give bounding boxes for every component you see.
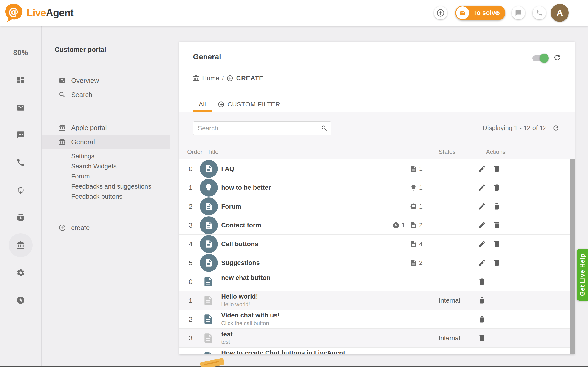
table-row[interactable]: 3Contact form12 <box>179 216 570 235</box>
table-row[interactable]: 0FAQ1 <box>179 159 570 178</box>
rail-item-configuration[interactable] <box>9 261 33 285</box>
add-new-button[interactable] <box>434 6 447 19</box>
doc-icon <box>410 165 417 172</box>
doc-icon <box>204 259 213 267</box>
to-solve-button[interactable]: To solve 6 <box>455 6 505 20</box>
sidebar-item-label: Apple portal <box>71 124 107 132</box>
items-table: 0FAQ11how to be better12Forum13Contact f… <box>179 159 575 354</box>
delete-button[interactable] <box>478 296 486 305</box>
sidebar-item-forum[interactable]: Forum <box>42 171 170 181</box>
doc-icon <box>204 202 213 211</box>
delete-button[interactable] <box>493 184 501 192</box>
sidebar-item-overview[interactable]: Overview <box>42 73 170 88</box>
tab-custom-filter[interactable]: CUSTOM FILTER <box>212 97 286 112</box>
rail-item-automation[interactable] <box>9 178 33 202</box>
delete-button[interactable] <box>478 315 486 323</box>
delete-button[interactable] <box>493 259 501 267</box>
file-icon <box>203 312 214 326</box>
table-row[interactable]: 4How to create Chat buttons in LiveAgent <box>179 348 570 354</box>
rail-item-dashboard[interactable] <box>9 68 33 92</box>
rail-item-contacts[interactable] <box>9 206 33 230</box>
delete-button[interactable] <box>493 202 501 211</box>
row-avatar <box>200 235 218 253</box>
chats-button[interactable] <box>512 6 525 19</box>
brand-logo[interactable]: @ LiveAgent <box>4 1 73 24</box>
delete-button[interactable] <box>493 221 501 229</box>
row-avatar <box>200 179 218 197</box>
sidebar-item-search[interactable]: Search <box>42 88 170 102</box>
toggle-knob <box>540 54 549 63</box>
breadcrumb-create[interactable]: CREATE <box>236 75 263 82</box>
rail-item-customer-portal[interactable] <box>9 233 33 257</box>
pencil-icon <box>478 202 486 211</box>
trash-icon <box>493 259 501 267</box>
count-badge: 4 <box>410 240 423 248</box>
delete-button[interactable] <box>493 240 501 248</box>
calls-button[interactable] <box>533 6 546 19</box>
sidebar-item-settings[interactable]: Settings <box>42 151 170 161</box>
row-order: 2 <box>183 202 198 210</box>
row-order: 4 <box>183 353 198 354</box>
sidebar-item-label: Search <box>71 91 92 99</box>
pencil-icon <box>478 259 486 267</box>
delete-button[interactable] <box>493 165 501 173</box>
breadcrumb-home[interactable]: Home <box>202 75 219 82</box>
rail-item-chats[interactable] <box>9 123 33 147</box>
autorenew-icon <box>16 186 25 194</box>
table-row[interactable]: 2Video chat with us!Click the call butto… <box>179 310 570 329</box>
row-actions <box>478 310 486 329</box>
table-row[interactable]: 3testtestInternal <box>179 329 570 348</box>
row-order: 5 <box>183 259 198 267</box>
mail-icon <box>16 103 25 112</box>
rail-item-gamification[interactable] <box>9 288 33 312</box>
search-submit-button[interactable] <box>317 122 331 135</box>
envelope-badge <box>456 6 469 19</box>
doc-icon <box>410 241 417 248</box>
bulb-icon <box>204 183 213 192</box>
table-row[interactable]: 2Forum1 <box>179 197 570 216</box>
sidebar-item-feedback-buttons[interactable]: Feedback buttons <box>42 192 170 202</box>
get-live-help-tab[interactable]: Get Live Help <box>577 249 588 301</box>
delete-button[interactable] <box>478 334 486 342</box>
row-subtitle: Hello world! <box>221 301 250 308</box>
sidebar-item-search-widgets[interactable]: Search Widgets <box>42 161 170 171</box>
dashboard-icon <box>16 76 25 84</box>
edit-button[interactable] <box>478 184 486 192</box>
edit-button[interactable] <box>478 259 486 267</box>
refresh-list-button[interactable] <box>552 124 560 132</box>
vertical-scrollbar[interactable] <box>570 159 575 354</box>
edit-button[interactable] <box>478 202 486 211</box>
sidebar-title: Customer portal <box>55 46 106 53</box>
table-row[interactable]: 5Suggestions2 <box>179 253 570 272</box>
sidebar-item-general[interactable]: General <box>42 135 170 149</box>
bottom-edge-strip <box>0 366 588 367</box>
doc-icon <box>204 240 213 248</box>
delete-button[interactable] <box>478 353 486 354</box>
sidebar-item-label: General <box>71 138 95 146</box>
trash-icon <box>493 240 501 248</box>
table-row[interactable]: 1how to be better1 <box>179 178 570 197</box>
envelope-icon <box>459 10 466 16</box>
plus-circle-icon <box>436 8 445 17</box>
edit-button[interactable] <box>478 165 486 173</box>
table-row[interactable]: 4Call buttons4 <box>179 235 570 253</box>
row-title: FAQ <box>221 165 234 173</box>
table-row[interactable]: 1Hello world!Hello world!Internal <box>179 291 570 310</box>
trash-icon <box>493 184 501 192</box>
edit-button[interactable] <box>478 221 486 229</box>
sidebar-item-feedbacks-and-suggestions[interactable]: Feedbacks and suggestions <box>42 181 170 192</box>
user-avatar[interactable]: A <box>551 4 569 22</box>
row-avatar <box>200 198 218 215</box>
table-row[interactable]: 0new chat button <box>179 272 570 291</box>
refresh-button[interactable] <box>553 53 561 62</box>
sidebar-item-create[interactable]: create <box>42 221 170 235</box>
sidebar-item-apple-portal[interactable]: Apple portal <box>42 121 170 135</box>
row-actions <box>478 197 501 216</box>
delete-button[interactable] <box>478 277 486 286</box>
tab-all[interactable]: All <box>193 97 212 112</box>
rail-item-calls[interactable] <box>9 151 33 175</box>
portal-enabled-toggle[interactable] <box>532 55 547 61</box>
edit-button[interactable] <box>478 240 486 248</box>
search-input[interactable] <box>193 122 317 135</box>
rail-item-tickets[interactable] <box>9 96 33 119</box>
